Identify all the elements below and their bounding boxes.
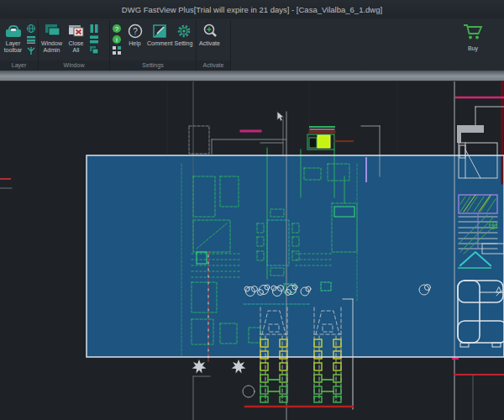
svg-text:i: i bbox=[116, 36, 118, 44]
selection-fill bbox=[87, 155, 504, 357]
question-badge-icon[interactable]: ? bbox=[111, 24, 123, 34]
cart-icon bbox=[462, 22, 484, 45]
window-admin-button[interactable]: Window Admin bbox=[39, 22, 64, 54]
gear-icon bbox=[176, 22, 192, 40]
ui-grid-icon[interactable] bbox=[111, 45, 123, 55]
tile-vertical-icon[interactable] bbox=[88, 24, 100, 34]
layer-stack-icon[interactable] bbox=[25, 34, 37, 45]
layers-toolbar-icon bbox=[4, 22, 23, 40]
help-button[interactable]: ? Help bbox=[123, 22, 147, 47]
svg-text:?: ? bbox=[115, 25, 119, 33]
ribbon-toolbar: Layer toolbar Layer bbox=[0, 18, 504, 71]
group-label-window: Window bbox=[39, 60, 109, 71]
window-title: DWG FastView Plus[Trial will expire in 2… bbox=[122, 5, 382, 14]
layer-plant-icon[interactable] bbox=[25, 45, 37, 55]
canvas-top-strip bbox=[0, 71, 504, 81]
layer-globe-icon[interactable] bbox=[25, 24, 37, 34]
activate-button[interactable]: Activate bbox=[197, 22, 222, 47]
buy-button[interactable]: Buy bbox=[462, 22, 484, 52]
star-plants bbox=[192, 360, 246, 374]
layer-toolbar-button[interactable]: Layer toolbar bbox=[1, 22, 25, 54]
setting-button[interactable]: Setting bbox=[171, 22, 196, 47]
ribbon-group-window: Window Admin Close All bbox=[39, 20, 110, 71]
svg-text:?: ? bbox=[133, 27, 138, 36]
title-bar: DWG FastView Plus[Trial will expire in 2… bbox=[0, 0, 504, 18]
ribbon-group-layer: Layer toolbar Layer bbox=[0, 20, 39, 71]
tile-horizontal-icon[interactable] bbox=[88, 34, 100, 45]
comment-edit-icon bbox=[151, 22, 168, 40]
magnifier-plus-icon bbox=[202, 22, 218, 40]
ribbon-group-settings: ? i ? Help bbox=[110, 20, 197, 71]
group-label-activate: Activate bbox=[197, 60, 230, 71]
highlighted-entity bbox=[318, 135, 330, 148]
monitor-windows-icon bbox=[43, 22, 61, 40]
window-close-red-icon bbox=[67, 22, 86, 40]
info-badge-icon[interactable]: i bbox=[111, 34, 123, 45]
question-circle-icon: ? bbox=[127, 22, 144, 40]
comment-button[interactable]: Comment bbox=[147, 22, 171, 47]
close-all-button[interactable]: Close All bbox=[64, 22, 88, 54]
dwg-fastview-window: DWG FastView Plus[Trial will expire in 2… bbox=[0, 0, 504, 420]
ribbon-group-activate: Activate Activate bbox=[197, 20, 231, 71]
group-label-settings: Settings bbox=[110, 60, 196, 71]
cascade-windows-icon[interactable] bbox=[88, 45, 100, 55]
group-label-layer: Layer bbox=[0, 60, 38, 71]
